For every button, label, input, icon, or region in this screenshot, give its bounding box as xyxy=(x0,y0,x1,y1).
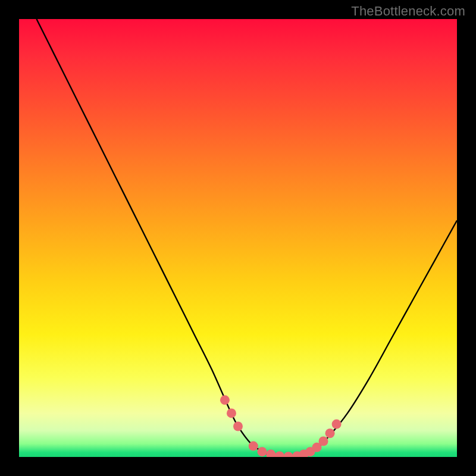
highlight-dot xyxy=(266,450,275,457)
chart-stage: TheBottleneck.com xyxy=(0,0,476,476)
highlight-dot xyxy=(332,419,342,429)
highlight-dot xyxy=(284,452,293,457)
plot-area xyxy=(19,19,457,457)
highlight-dot xyxy=(275,452,284,457)
highlight-dot xyxy=(249,441,258,451)
curve-layer xyxy=(19,19,457,457)
highlight-dot xyxy=(233,421,243,431)
highlight-dot xyxy=(257,447,267,456)
highlight-dot xyxy=(220,395,230,405)
highlight-dot xyxy=(319,437,328,446)
highlight-dots-group xyxy=(220,395,342,457)
attribution-text: TheBottleneck.com xyxy=(351,4,465,19)
highlight-dot xyxy=(227,408,236,418)
highlight-dot xyxy=(325,428,335,438)
bottleneck-curve xyxy=(36,19,457,457)
